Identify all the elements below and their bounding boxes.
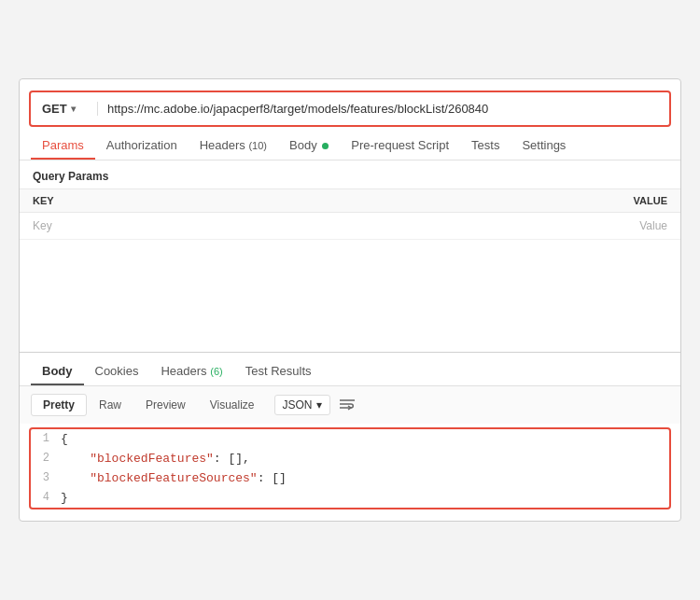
table-row: Key Value	[20, 213, 680, 240]
query-params-title: Query Params	[20, 160, 680, 188]
method-selector[interactable]: GET ▾	[42, 102, 98, 116]
body-dot	[322, 143, 329, 149]
response-tab-headers[interactable]: Headers (6)	[149, 358, 233, 385]
method-label: GET	[42, 102, 67, 116]
code-line-3: 3 "blockedFeatureSources": []	[31, 468, 669, 488]
request-tabs: Params Authorization Headers (10) Body P…	[20, 127, 680, 160]
value-cell[interactable]: Value	[310, 213, 680, 240]
key-cell[interactable]: Key	[20, 213, 310, 240]
tab-params[interactable]: Params	[31, 133, 95, 160]
response-tab-cookies[interactable]: Cookies	[84, 358, 150, 385]
postman-container: GET ▾ Params Authorization Headers (10) …	[19, 78, 681, 522]
fmt-tab-preview[interactable]: Preview	[133, 394, 198, 416]
code-line-1: 1 {	[31, 429, 669, 449]
fmt-tab-pretty[interactable]: Pretty	[31, 394, 87, 416]
params-table: KEY VALUE Key Value	[20, 188, 680, 240]
url-bar: GET ▾	[29, 91, 671, 127]
tab-headers[interactable]: Headers (10)	[189, 133, 278, 160]
tab-authorization[interactable]: Authorization	[95, 133, 189, 160]
fmt-tab-raw[interactable]: Raw	[87, 394, 133, 416]
chevron-down-icon: ▾	[316, 398, 322, 412]
response-tab-body[interactable]: Body	[31, 358, 84, 385]
url-input[interactable]	[107, 102, 658, 116]
key-column-header: KEY	[20, 189, 310, 213]
code-block: 1 { 2 "blockedFeatures": [], 3 "blockedF…	[29, 427, 671, 509]
json-dropdown[interactable]: JSON ▾	[274, 395, 330, 415]
tab-body[interactable]: Body	[278, 133, 340, 160]
response-tab-test-results[interactable]: Test Results	[234, 358, 323, 385]
code-line-4: 4 }	[31, 488, 669, 508]
tab-settings[interactable]: Settings	[511, 133, 577, 160]
tab-pre-request[interactable]: Pre-request Script	[340, 133, 460, 160]
value-column-header: VALUE	[310, 189, 680, 213]
fmt-tab-visualize[interactable]: Visualize	[198, 394, 267, 416]
wrap-icon[interactable]	[338, 397, 357, 413]
response-tabs: Body Cookies Headers (6) Test Results	[20, 353, 680, 386]
chevron-down-icon: ▾	[71, 104, 76, 114]
format-bar: Pretty Raw Preview Visualize JSON ▾	[20, 386, 680, 424]
tab-tests[interactable]: Tests	[460, 133, 511, 160]
empty-params-area	[20, 240, 680, 352]
code-line-2: 2 "blockedFeatures": [],	[31, 449, 669, 468]
